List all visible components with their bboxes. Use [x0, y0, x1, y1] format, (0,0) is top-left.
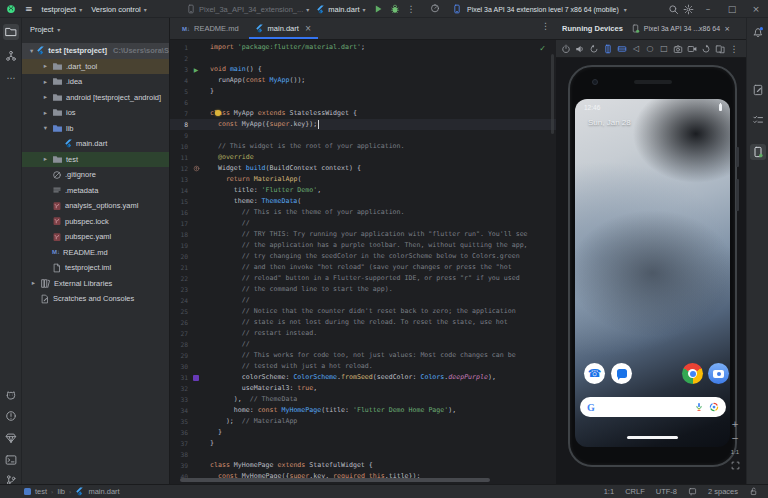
code-line[interactable]: 3▶void main() {	[170, 64, 556, 75]
chevron-collapsed-icon[interactable]: ▸	[42, 93, 49, 101]
file-encoding-widget[interactable]: UTF-8	[656, 487, 677, 496]
volume-icon[interactable]	[574, 43, 586, 55]
intention-bulb-icon[interactable]	[215, 110, 221, 116]
record-icon[interactable]	[686, 43, 698, 55]
inspections-ok-icon[interactable]: ✓	[539, 44, 546, 53]
chrome-app-icon[interactable]	[682, 363, 703, 384]
code-line[interactable]: 4 runApp(const MyApp());	[170, 75, 556, 86]
project-name-button[interactable]: testproject ▾	[42, 5, 83, 14]
tree-item-pubspec.yaml[interactable]: pubspec.yaml	[22, 229, 169, 245]
code-line[interactable]: 22 // reload" button in a Flutter-suppor…	[170, 273, 556, 284]
tree-item-main.dart[interactable]: main.dart	[22, 136, 169, 152]
window-minimize-button[interactable]: –	[698, 0, 718, 18]
code-line[interactable]: 13 return MaterialApp(	[170, 174, 556, 185]
code-line[interactable]: 38	[170, 449, 556, 460]
more-vertical-icon[interactable]: ⋮	[728, 43, 740, 55]
code-line[interactable]: 39class MyHomePage extends StatefulWidge…	[170, 460, 556, 471]
stripe-button-device-checklist[interactable]	[750, 112, 766, 128]
code-line[interactable]: 2	[170, 53, 556, 64]
stripe-button-structure[interactable]	[3, 48, 19, 64]
tree-item-testproject.iml[interactable]: testproject.iml	[22, 260, 169, 276]
phone-app-icon[interactable]: ☎	[584, 363, 605, 384]
code-line[interactable]: 21 // and then invoke "hot reload" (save…	[170, 262, 556, 273]
stripe-button-problems[interactable]	[3, 408, 19, 424]
indent-widget[interactable]: 2 spaces	[708, 487, 738, 496]
fold-portrait-icon[interactable]	[602, 43, 614, 55]
tree-item-.idea[interactable]: ▸.idea	[22, 74, 169, 90]
code-line[interactable]: 33 ), // ThemeData	[170, 394, 556, 405]
tree-item-analysis_options.yaml[interactable]: analysis_options.yaml	[22, 198, 169, 214]
code-line[interactable]: 26 // state is not lost during the reloa…	[170, 317, 556, 328]
close-tab-icon[interactable]: ×	[305, 24, 312, 33]
home-indicator[interactable]	[627, 436, 678, 439]
code-editor[interactable]: 1import 'package:flutter/material.dart';…	[170, 40, 556, 484]
google-lens-icon[interactable]	[709, 402, 719, 412]
code-line[interactable]: 10 // This widget is the root of your ap…	[170, 141, 556, 152]
google-search-bar[interactable]: G	[580, 397, 726, 417]
stripe-button-terminal[interactable]	[3, 452, 19, 468]
code-line[interactable]: 27 // restart instead.	[170, 328, 556, 339]
code-line[interactable]: 32 useMaterial3: true,	[170, 383, 556, 394]
chevron-collapsed-icon[interactable]: ▸	[42, 62, 49, 70]
window-close-button[interactable]: ×	[746, 0, 766, 18]
tree-item-.gitignore[interactable]: .gitignore	[22, 167, 169, 183]
overview-icon[interactable]: □	[658, 43, 670, 55]
main-menu-icon[interactable]: ≡	[25, 4, 33, 14]
running-device-selector[interactable]: Pixel 3a API 34 extension level 7 x86 64…	[452, 0, 627, 18]
chevron-collapsed-icon[interactable]: ▸	[42, 155, 49, 163]
tree-item-ios[interactable]: ▸ios	[22, 105, 169, 121]
close-icon[interactable]: ×	[724, 25, 730, 33]
write-access-lock-icon[interactable]	[749, 487, 758, 496]
code-line[interactable]: 11 @override	[170, 152, 556, 163]
more-actions-icon[interactable]: ⋮	[407, 4, 416, 14]
zoom-out-button[interactable]: −	[731, 432, 739, 443]
fit-screen-button[interactable]	[731, 460, 740, 471]
code-line[interactable]: 16 // This is the theme of your applicat…	[170, 207, 556, 218]
code-line[interactable]: 34 home: const MyHomePage(title: 'Flutte…	[170, 405, 556, 416]
restart-icon[interactable]	[700, 43, 712, 55]
code-line[interactable]: 12 Widget build(BuildContext context) {	[170, 163, 556, 174]
editor-widget-icon[interactable]	[688, 487, 697, 496]
editor-tab-main.dart[interactable]: main.dart×	[247, 18, 320, 39]
running-device-tab[interactable]: Pixel 3a API 34 ...x86 64 ×	[631, 24, 730, 33]
stripe-button-running-devices[interactable]	[750, 144, 766, 160]
breadcrumb-test[interactable]: test	[35, 487, 47, 496]
chevron-expanded-icon[interactable]: ▾	[30, 47, 33, 55]
code-line[interactable]: 6	[170, 97, 556, 108]
power-icon[interactable]	[560, 43, 572, 55]
camera-app-icon[interactable]	[708, 363, 729, 384]
code-line[interactable]: 1import 'package:flutter/material.dart';	[170, 42, 556, 53]
version-control-button[interactable]: Version control ▾	[91, 5, 147, 14]
code-line[interactable]: 29 // This works for code too, not just …	[170, 350, 556, 361]
project-panel-header[interactable]: Project ▾	[22, 18, 169, 40]
voice-search-icon[interactable]	[694, 402, 704, 412]
code-line[interactable]: 17 //	[170, 218, 556, 229]
tree-item-.metadata[interactable]: .metadata	[22, 183, 169, 199]
tab-options-icon[interactable]: ⋮	[541, 21, 550, 31]
code-line[interactable]: 7class MyApp extends StatelessWidget {	[170, 108, 556, 119]
back-icon[interactable]: ◁	[630, 43, 642, 55]
chevron-expanded-icon[interactable]: ▾	[42, 124, 49, 132]
code-line[interactable]: 37}	[170, 438, 556, 449]
profiler-icon[interactable]	[430, 3, 440, 13]
run-config-device-selector[interactable]: Pixel_3a_API_34_extension_... ▾	[186, 4, 309, 14]
home-icon[interactable]: ○	[644, 43, 656, 55]
code-line[interactable]: 24 //	[170, 295, 556, 306]
settings-gear-icon[interactable]	[683, 4, 694, 15]
code-line[interactable]: 9	[170, 130, 556, 141]
run-configuration-selector[interactable]: main.dart ▾	[316, 5, 365, 14]
stripe-button-logcat[interactable]	[3, 386, 19, 402]
tree-item-Scratches[interactable]: Scratches and Consoles	[22, 291, 169, 307]
code-line[interactable]: 5}	[170, 86, 556, 97]
code-line[interactable]: 36 }	[170, 427, 556, 438]
code-line[interactable]: 8 const MyApp({super.key});	[170, 119, 556, 130]
stripe-button-app-quality-insights[interactable]	[3, 430, 19, 446]
phone-date-widget[interactable]: Sun, Jan 28	[588, 118, 631, 127]
code-line[interactable]: 20 // try changing the seedColor in the …	[170, 251, 556, 262]
debug-button[interactable]	[390, 4, 400, 14]
code-line[interactable]: 35 ); // MaterialApp	[170, 416, 556, 427]
breadcrumb-main-dart[interactable]: main.dart	[88, 487, 119, 496]
line-separator-widget[interactable]: CRLF	[625, 487, 645, 496]
horizontal-scrollbar[interactable]	[170, 478, 556, 483]
color-preview-gutter-icon[interactable]	[191, 372, 201, 383]
